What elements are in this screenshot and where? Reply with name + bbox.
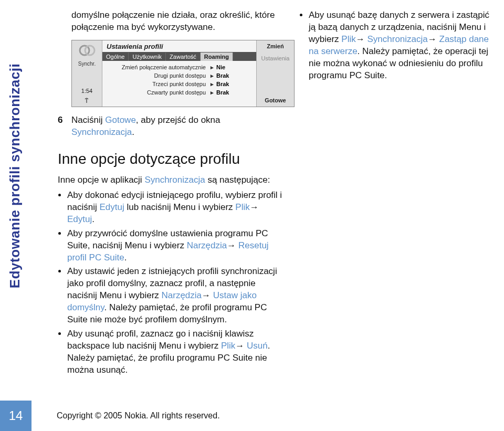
bullet-list-left: Aby dokonać edycji istniejącego profilu,… xyxy=(58,190,284,376)
side-section-title: Edytowanie profili synchronizacji xyxy=(4,5,25,346)
ss-row: Drugi punkt dostępu ▸ Brak xyxy=(107,71,252,80)
page-footer: 14 Copyright © 2005 Nokia. All rights re… xyxy=(0,401,504,431)
triangle-right-icon: ▸ xyxy=(209,80,215,88)
ss-row: Czwarty punkt dostępu ▸ Brak xyxy=(107,88,252,97)
triangle-right-icon: ▸ xyxy=(209,72,215,80)
list-item: Aby ustawić jeden z istniejących profili… xyxy=(67,266,284,326)
ss-right-panel: Zmień Ustawienia Gotowe xyxy=(256,40,294,107)
section-heading: Inne opcje dotyczące profilu xyxy=(58,149,284,169)
ss-tab-uzytkownik[interactable]: Użytkownik xyxy=(129,52,166,61)
list-item: Aby usunąć profil, zaznacz go i naciśnij… xyxy=(67,328,284,376)
sync-icon xyxy=(77,43,97,58)
ss-clock-text: 1:54 xyxy=(81,87,92,95)
step-text: Naciśnij Gotowe, aby przejść do okna Syn… xyxy=(71,114,284,139)
ss-tab-ogolne[interactable]: Ogólne xyxy=(102,52,129,61)
triangle-right-icon: ▸ xyxy=(209,64,215,71)
page-number: 14 xyxy=(0,401,32,431)
ss-window-title: Ustawienia profili xyxy=(102,40,256,52)
step-number: 6 xyxy=(58,114,65,139)
copyright-text: Copyright © 2005 Nokia. All rights reser… xyxy=(32,411,220,421)
intro-paragraph: domyślne połączenie nie działa, oraz okr… xyxy=(71,9,284,34)
list-item: Aby dokonać edycji istniejącego profilu,… xyxy=(67,190,284,226)
step-6: 6 Naciśnij Gotowe, aby przejść do okna S… xyxy=(58,114,284,139)
ss-btn-ustawienia[interactable]: Ustawienia xyxy=(257,52,294,65)
ss-left-panel: Synchr. 1:54 xyxy=(72,40,102,107)
section-intro: Inne opcje w aplikacji Synchronizacja są… xyxy=(58,174,284,186)
triangle-right-icon: ▸ xyxy=(209,89,215,97)
ss-tab-roaming[interactable]: Roaming xyxy=(201,52,233,61)
ss-tab-zawartosc[interactable]: Zawartość xyxy=(166,52,201,61)
antenna-icon xyxy=(83,97,90,103)
ss-status-area: 1:54 xyxy=(81,87,92,107)
ss-app-label: Synchr. xyxy=(78,60,96,68)
ss-row: Trzeci punkt dostępu ▸ Brak xyxy=(107,80,252,88)
side-section-title-text: Edytowanie profili synchronizacji xyxy=(7,64,23,288)
list-item: Aby usunąć bazę danych z serwera i zastą… xyxy=(309,9,494,82)
embedded-screenshot: Synchr. 1:54 Ustawienia profili Ogólne U… xyxy=(71,40,295,107)
ss-tabs: Ogólne Użytkownik Zawartość Roaming xyxy=(102,52,256,61)
ss-btn-zmien[interactable]: Zmień xyxy=(257,40,294,52)
ss-settings-grid: Zmień połączenie automatycznie ▸ Nie Dru… xyxy=(102,61,256,101)
list-item: Aby przywrócić domyślne ustawienia progr… xyxy=(67,228,284,264)
ss-row: Zmień połączenie automatycznie ▸ Nie xyxy=(107,63,252,71)
ss-btn-gotowe[interactable]: Gotowe xyxy=(257,94,294,107)
bullet-list-right: Aby usunąć bazę danych z serwera i zastą… xyxy=(299,9,494,82)
